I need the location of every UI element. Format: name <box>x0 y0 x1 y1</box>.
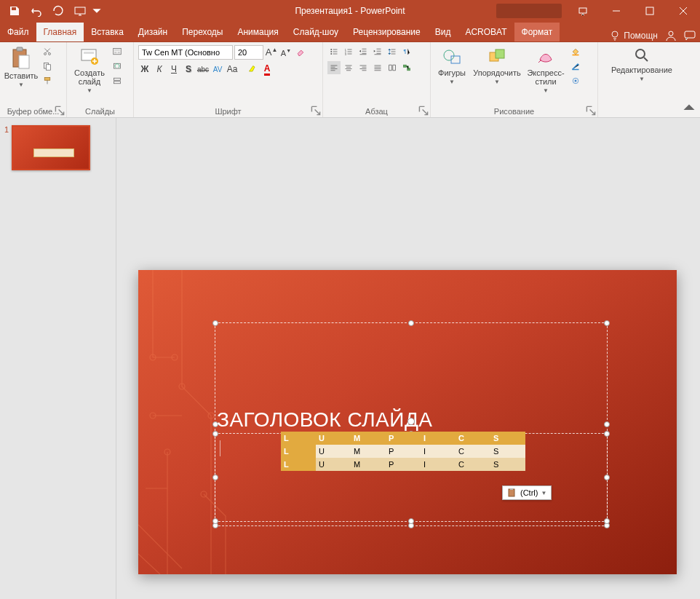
pasted-table[interactable]: L U M P I C S L U M P I C S <box>281 432 525 471</box>
clipboard-dialog-launcher[interactable] <box>55 106 65 116</box>
highlight-button[interactable] <box>246 63 259 76</box>
th[interactable]: C <box>456 432 490 445</box>
font-size-input[interactable] <box>234 45 263 60</box>
tab-animation[interactable]: Анимация <box>230 23 285 41</box>
td[interactable]: M <box>351 458 386 471</box>
tab-slideshow[interactable]: Слайд-шоу <box>286 23 346 41</box>
tell-me-search[interactable]: Помощн <box>609 30 658 41</box>
minimize-button[interactable] <box>600 0 633 22</box>
qat-customize-button[interactable] <box>92 0 102 22</box>
account-area[interactable] <box>496 4 562 18</box>
font-color-button[interactable]: A <box>260 63 274 76</box>
td[interactable]: S <box>490 445 525 458</box>
td[interactable]: L <box>281 458 316 471</box>
thumbnail-preview[interactable] <box>12 125 90 170</box>
ribbon-display-options-button[interactable] <box>566 0 600 22</box>
tab-design[interactable]: Дизайн <box>131 23 175 41</box>
underline-button[interactable]: Ч <box>167 63 180 76</box>
tab-insert[interactable]: Вставка <box>84 23 131 41</box>
editing-button[interactable]: Редактирование▼ <box>605 45 678 84</box>
tab-acrobat[interactable]: ACROBAT <box>458 23 514 41</box>
align-center-button[interactable] <box>342 61 355 74</box>
th[interactable]: M <box>351 432 386 445</box>
align-left-button[interactable] <box>327 61 341 74</box>
td[interactable]: C <box>456 445 490 458</box>
th[interactable]: L <box>281 432 316 445</box>
tab-home[interactable]: Главная <box>36 23 84 41</box>
shrink-font-button[interactable]: A▼ <box>279 46 293 59</box>
shape-outline-button[interactable] <box>569 60 582 73</box>
shapes-button[interactable]: Фигуры▼ <box>435 45 469 87</box>
slide-editor[interactable]: ЗАГОЛОВОК СЛАЙДА L U M P I C <box>116 118 700 599</box>
shape-fill-button[interactable] <box>569 45 582 58</box>
th[interactable]: I <box>421 432 456 445</box>
undo-button[interactable] <box>26 0 47 22</box>
align-right-button[interactable] <box>357 61 370 74</box>
columns-button[interactable] <box>386 61 399 74</box>
italic-button[interactable]: К <box>153 63 166 76</box>
td[interactable]: U <box>316 445 351 458</box>
tab-format[interactable]: Формат <box>514 23 560 41</box>
numbering-button[interactable]: 123 <box>342 45 355 58</box>
tab-review[interactable]: Рецензирование <box>346 23 428 41</box>
slide-canvas[interactable]: ЗАГОЛОВОК СЛАЙДА L U M P I C <box>138 270 677 574</box>
paste-options-button[interactable]: (Ctrl) ▼ <box>502 485 552 500</box>
strikethrough-button[interactable]: abc <box>196 63 210 76</box>
th[interactable]: S <box>490 432 525 445</box>
tab-file[interactable]: Файл <box>0 23 36 41</box>
paste-button[interactable]: Вставить ▼ <box>4 45 38 90</box>
new-slide-button[interactable]: Создать слайд ▼ <box>71 45 108 95</box>
close-button[interactable] <box>667 0 700 22</box>
increase-indent-button[interactable] <box>371 45 384 58</box>
comments-icon[interactable] <box>684 30 696 41</box>
td[interactable]: P <box>386 458 421 471</box>
quick-styles-button[interactable]: Экспресс- стили▼ <box>525 45 566 95</box>
td[interactable]: U <box>316 458 351 471</box>
font-dialog-launcher[interactable] <box>311 106 321 116</box>
save-button[interactable] <box>4 0 25 22</box>
tab-transitions[interactable]: Переходы <box>175 23 230 41</box>
bold-button[interactable]: Ж <box>138 63 151 76</box>
format-painter-button[interactable] <box>41 74 54 87</box>
paragraph-dialog-launcher[interactable] <box>418 106 429 116</box>
line-spacing-button[interactable] <box>386 45 399 58</box>
th[interactable]: P <box>386 432 421 445</box>
td[interactable]: L <box>281 445 316 458</box>
justify-button[interactable] <box>371 61 384 74</box>
bullets-button[interactable] <box>327 45 341 58</box>
change-case-button[interactable]: Aa <box>226 63 239 76</box>
rotate-handle[interactable] <box>407 418 415 425</box>
th[interactable]: U <box>316 432 351 445</box>
slide-thumbnail-1[interactable]: 1 <box>4 125 111 170</box>
maximize-button[interactable] <box>633 0 667 22</box>
td[interactable]: S <box>490 458 525 471</box>
shape-effects-button[interactable] <box>569 74 582 87</box>
clear-format-button[interactable] <box>294 46 307 59</box>
collapse-ribbon-button[interactable] <box>683 101 696 114</box>
copy-button[interactable] <box>41 60 54 73</box>
signin-icon[interactable] <box>665 30 677 41</box>
redo-button[interactable] <box>48 0 68 22</box>
start-from-beginning-button[interactable] <box>70 0 90 22</box>
font-name-input[interactable] <box>138 45 233 60</box>
section-button[interactable] <box>111 74 124 87</box>
reset-button[interactable] <box>111 60 124 73</box>
drawing-dialog-launcher[interactable] <box>586 106 596 116</box>
tab-view[interactable]: Вид <box>428 23 458 41</box>
td[interactable]: C <box>456 458 490 471</box>
arrange-button[interactable]: Упорядочить▼ <box>472 45 522 87</box>
grow-font-button[interactable]: A▲ <box>265 46 278 59</box>
thumbnail-pane[interactable]: 1 <box>0 118 116 599</box>
td[interactable]: M <box>351 445 386 458</box>
cut-button[interactable] <box>41 45 54 58</box>
char-spacing-button[interactable]: AV <box>211 63 224 76</box>
text-shadow-button[interactable]: S <box>182 63 195 76</box>
td[interactable]: P <box>386 445 421 458</box>
slide-title-text[interactable]: ЗАГОЛОВОК СЛАЙДА <box>217 408 433 432</box>
td[interactable]: I <box>421 458 456 471</box>
smartart-convert-button[interactable] <box>400 61 413 74</box>
decrease-indent-button[interactable] <box>357 45 370 58</box>
text-direction-button[interactable]: ¶ <box>400 45 413 58</box>
td[interactable]: I <box>421 445 456 458</box>
layout-button[interactable] <box>111 45 124 58</box>
